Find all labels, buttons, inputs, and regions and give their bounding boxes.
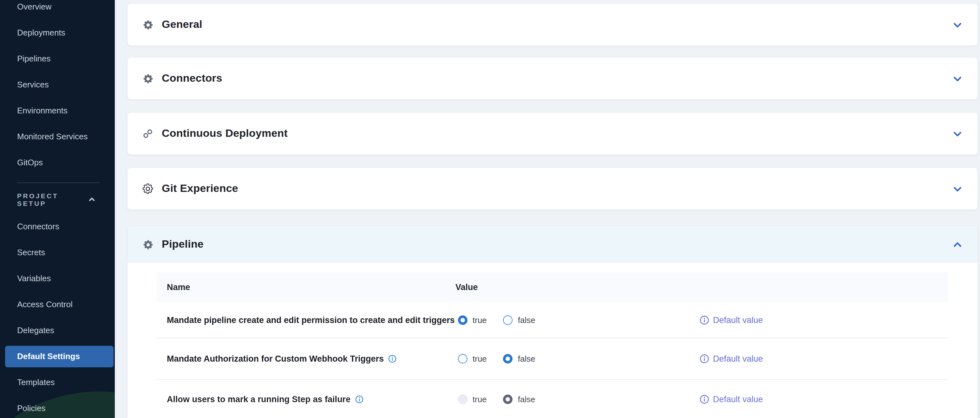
chevron-up-icon[interactable] [89, 196, 96, 203]
sidebar-item-policies[interactable]: Policies [0, 395, 115, 418]
sidebar-item-secrets[interactable]: Secrets [0, 239, 115, 265]
radio-button[interactable] [503, 315, 513, 325]
sidebar-item-deployments[interactable]: Deployments [0, 19, 115, 45]
radio-option-true[interactable]: true [458, 394, 487, 404]
sidebar-item-delegates[interactable]: Delegates [0, 317, 115, 343]
info-icon [700, 315, 709, 325]
default-value-link[interactable]: Default value [700, 354, 763, 364]
column-header-name: Name [157, 282, 455, 292]
sidebar-item-connectors[interactable]: Connectors [0, 214, 115, 239]
default-value-label: Default value [713, 394, 763, 404]
section-title: General [162, 18, 202, 31]
radio-option-true[interactable]: true [458, 315, 487, 325]
sidebar-item-gitops[interactable]: GitOps [0, 149, 115, 175]
pipeline-settings-table: Name Value Mandate pipeline create and e… [157, 272, 948, 418]
gear-icon [141, 73, 155, 84]
section-card-git-experience: Git Experience [127, 168, 977, 210]
setting-name: Mandate pipeline create and edit permiss… [157, 315, 455, 325]
radio-button[interactable] [458, 315, 468, 325]
sidebar-nav: Overview Deployments Pipelines Services … [0, 0, 115, 175]
setting-name: Allow users to mark a running Step as fa… [157, 394, 455, 404]
section-title: Connectors [162, 72, 222, 85]
table-header-row: Name Value [157, 272, 948, 302]
info-icon [700, 394, 709, 404]
radio-button[interactable] [458, 394, 468, 404]
sidebar-item-variables[interactable]: Variables [0, 265, 115, 291]
sidebar: Overview Deployments Pipelines Services … [0, 0, 115, 418]
sidebar-item-default-settings[interactable]: Default Settings [5, 345, 113, 367]
default-settings-page: Overview Deployments Pipelines Services … [0, 0, 980, 418]
radio-option-false[interactable]: false [503, 315, 535, 325]
chevron-down-icon[interactable] [952, 128, 963, 139]
sidebar-item-environments[interactable]: Environments [0, 97, 115, 123]
table-row: Mandate Authorization for Custom Webhook… [157, 338, 948, 380]
radio-button[interactable] [503, 354, 513, 364]
section-title: Git Experience [162, 182, 238, 195]
radio-label: true [473, 315, 487, 325]
setting-name-text: Mandate Authorization for Custom Webhook… [167, 354, 384, 364]
section-header-general[interactable]: General [127, 4, 977, 46]
sidebar-item-access-control[interactable]: Access Control [0, 291, 115, 317]
default-value-link[interactable]: Default value [700, 394, 763, 404]
chevron-down-icon[interactable] [952, 73, 963, 84]
radio-group: true false [458, 354, 552, 364]
section-card-continuous-deployment: Continuous Deployment [127, 113, 977, 155]
section-title: Continuous Deployment [162, 127, 288, 140]
info-icon[interactable] [388, 355, 396, 363]
section-header-git-experience[interactable]: Git Experience [127, 168, 977, 210]
chevron-up-icon[interactable] [952, 239, 963, 250]
default-value-label: Default value [713, 315, 763, 325]
radio-option-true[interactable]: true [458, 354, 487, 364]
radio-label: true [473, 354, 487, 364]
default-value-link[interactable]: Default value [700, 315, 763, 325]
section-header-continuous-deployment[interactable]: Continuous Deployment [127, 113, 977, 155]
section-header-connectors[interactable]: Connectors [127, 58, 977, 100]
radio-group: true false [458, 394, 552, 404]
radio-label: false [518, 354, 535, 364]
chevron-down-icon[interactable] [952, 183, 963, 194]
sidebar-item-templates[interactable]: Templates [0, 369, 115, 395]
sidebar-item-overview[interactable]: Overview [0, 0, 115, 19]
radio-button[interactable] [503, 394, 513, 404]
sidebar-item-pipelines[interactable]: Pipelines [0, 45, 115, 71]
section-card-pipeline: Pipeline Name Value Mandate pipeline cre… [127, 226, 977, 418]
radio-option-false[interactable]: false [503, 354, 535, 364]
gear-icon [141, 239, 155, 250]
sidebar-item-monitored-services[interactable]: Monitored Services [0, 123, 115, 149]
info-icon[interactable] [355, 395, 363, 404]
gear-icon [141, 19, 155, 30]
sidebar-divider [17, 182, 100, 183]
radio-label: true [473, 394, 487, 404]
radio-option-false[interactable]: false [503, 394, 535, 404]
gear-outline-icon [141, 183, 155, 195]
table-row: Allow users to mark a running Step as fa… [157, 380, 948, 418]
radio-group: true false [458, 315, 552, 325]
setting-name-text: Mandate pipeline create and edit permiss… [167, 315, 455, 325]
setting-name: Mandate Authorization for Custom Webhook… [157, 354, 455, 364]
chain-link-icon [141, 128, 155, 139]
column-header-value: Value [455, 282, 478, 292]
radio-label: false [518, 315, 535, 325]
section-header-pipeline[interactable]: Pipeline [127, 226, 977, 263]
sidebar-section-project-setup[interactable]: PROJECT SETUP [17, 192, 96, 207]
section-card-general: General [127, 4, 977, 46]
radio-button[interactable] [458, 354, 468, 364]
chevron-down-icon[interactable] [952, 19, 963, 30]
table-row: Mandate pipeline create and edit permiss… [157, 302, 948, 338]
info-icon [700, 354, 709, 364]
project-setup-label: PROJECT SETUP [17, 192, 89, 207]
default-value-label: Default value [713, 354, 763, 364]
sidebar-project-nav: Connectors Secrets Variables Access Cont… [0, 214, 115, 418]
radio-label: false [518, 394, 535, 404]
section-card-connectors: Connectors [127, 58, 977, 100]
section-title: Pipeline [162, 238, 204, 251]
setting-name-text: Allow users to mark a running Step as fa… [167, 394, 350, 404]
sidebar-item-services[interactable]: Services [0, 71, 115, 97]
